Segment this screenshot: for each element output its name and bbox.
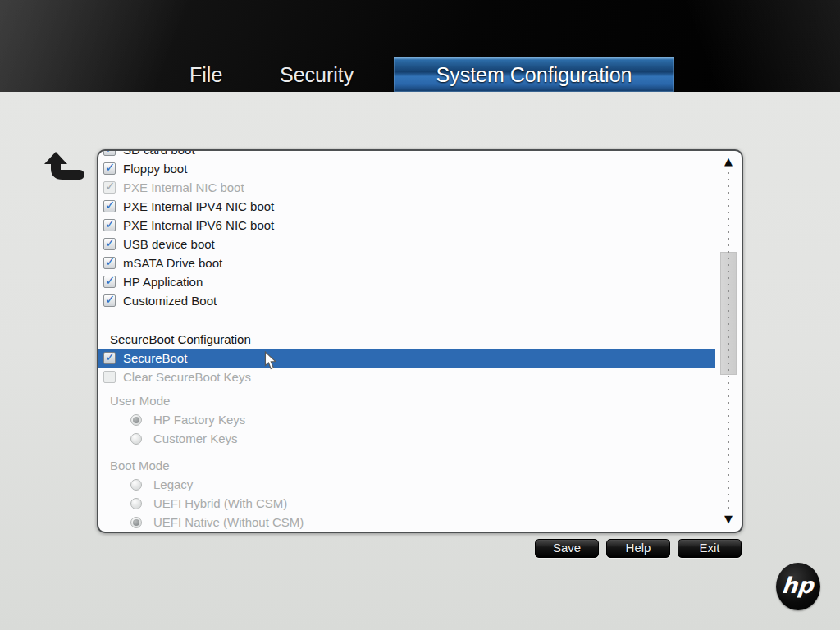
checkbox-hp-application[interactable]: ✓ — [103, 276, 116, 288]
option-row-hp-application[interactable]: ✓HP Application — [98, 272, 715, 291]
checkbox-sd-card-boot[interactable]: ✓ — [103, 149, 116, 156]
checkbox-secureboot[interactable]: ✓ — [103, 352, 116, 364]
check-icon: ✓ — [105, 292, 116, 307]
check-icon: ✓ — [105, 254, 116, 269]
option-label: mSATA Drive boot — [123, 256, 222, 270]
exit-button[interactable]: Exit — [678, 539, 742, 558]
user-mode-section: User Mode HP Factory KeysCustomer Keys — [98, 391, 715, 448]
check-icon: ✓ — [105, 217, 116, 231]
boot-mode-header: Boot Mode — [98, 456, 715, 475]
option-label: Clear SecureBoot Keys — [123, 370, 251, 384]
panel-content: ✓SD card boot✓Floppy boot✓PXE Internal N… — [98, 151, 742, 532]
radio-row-uefi-hybrid-with-csm[interactable]: UEFI Hybrid (With CSM) — [98, 494, 715, 513]
option-row-pxe-internal-nic-boot[interactable]: ✓PXE Internal NIC boot — [98, 178, 715, 197]
option-row-secureboot[interactable]: ✓SecureBoot — [98, 349, 715, 368]
scrollbar-up-button[interactable]: ▲ — [722, 156, 735, 167]
checkbox-pxe-internal-ipv6-nic-boot[interactable]: ✓ — [103, 219, 116, 231]
secureboot-section: SecureBoot Configuration ✓SecureBootClea… — [98, 330, 715, 386]
radio-label: UEFI Hybrid (With CSM) — [153, 496, 287, 510]
tab-system-configuration[interactable]: System Configuration — [394, 57, 674, 92]
top-menu-bar: File Security System Configuration — [0, 0, 840, 92]
check-icon: ✓ — [105, 198, 116, 212]
boot-mode-section: Boot Mode LegacyUEFI Hybrid (With CSM)UE… — [98, 456, 715, 532]
save-button[interactable]: Save — [535, 539, 599, 558]
option-row-clear-secureboot-keys[interactable]: Clear SecureBoot Keys — [98, 368, 715, 386]
option-label: SD card boot — [123, 149, 195, 157]
check-icon: ✓ — [105, 179, 116, 194]
checkbox-pxe-internal-nic-boot[interactable]: ✓ — [103, 181, 116, 194]
footer-buttons: Save Help Exit — [535, 539, 742, 558]
option-label: PXE Internal IPV4 NIC boot — [123, 199, 274, 213]
check-icon: ✓ — [105, 149, 116, 156]
scrollbar-down-button[interactable]: ▼ — [722, 514, 735, 525]
help-button[interactable]: Help — [606, 539, 670, 558]
option-row-floppy-boot[interactable]: ✓Floppy boot — [98, 159, 715, 178]
checkbox-clear-secureboot-keys[interactable] — [103, 371, 116, 383]
mouse-cursor — [264, 351, 277, 370]
option-row-pxe-internal-ipv4-nic-boot[interactable]: ✓PXE Internal IPV4 NIC boot — [98, 197, 715, 216]
checkbox-pxe-internal-ipv4-nic-boot[interactable]: ✓ — [103, 200, 116, 212]
settings-panel: ✓SD card boot✓Floppy boot✓PXE Internal N… — [97, 149, 743, 533]
radio-button-uefi-native-without-csm[interactable] — [130, 517, 142, 528]
radio-row-uefi-native-without-csm[interactable]: UEFI Native (Without CSM) — [98, 513, 715, 532]
boot-mode-options-list: LegacyUEFI Hybrid (With CSM)UEFI Native … — [98, 475, 715, 532]
check-icon: ✓ — [105, 160, 116, 175]
option-label: Customized Boot — [123, 294, 217, 308]
hp-logo: hp — [776, 563, 820, 610]
tab-security[interactable]: Security — [280, 57, 354, 92]
option-label: PXE Internal IPV6 NIC boot — [123, 218, 274, 232]
radio-button-customer-keys[interactable] — [130, 433, 142, 445]
option-label: SecureBoot — [123, 351, 187, 365]
option-label: Floppy boot — [123, 162, 187, 176]
radio-label: HP Factory Keys — [153, 413, 245, 427]
option-label: PXE Internal NIC boot — [123, 180, 244, 194]
checkbox-floppy-boot[interactable]: ✓ — [103, 162, 116, 175]
radio-row-hp-factory-keys[interactable]: HP Factory Keys — [98, 410, 715, 429]
option-row-usb-device-boot[interactable]: ✓USB device boot — [98, 235, 715, 253]
secureboot-options-list: ✓SecureBootClear SecureBoot Keys — [98, 349, 715, 386]
user-mode-options-list: HP Factory KeysCustomer Keys — [98, 410, 715, 448]
tab-file[interactable]: File — [189, 57, 222, 92]
user-mode-header: User Mode — [98, 391, 715, 410]
checkbox-msata-drive-boot[interactable]: ✓ — [103, 257, 116, 269]
check-icon: ✓ — [105, 349, 116, 364]
scrollbar[interactable]: ▲ ▼ — [720, 154, 737, 527]
check-icon: ✓ — [105, 235, 116, 250]
check-icon: ✓ — [105, 273, 116, 288]
secureboot-section-header: SecureBoot Configuration — [98, 330, 715, 349]
hp-logo-text: hp — [780, 573, 815, 598]
option-row-msata-drive-boot[interactable]: ✓mSATA Drive boot — [98, 253, 715, 272]
scrollbar-track[interactable] — [728, 172, 729, 509]
radio-button-legacy[interactable] — [130, 479, 142, 491]
back-arrow-icon[interactable] — [38, 149, 89, 184]
checkbox-usb-device-boot[interactable]: ✓ — [103, 238, 116, 250]
radio-button-hp-factory-keys[interactable] — [130, 414, 142, 426]
option-row-customized-boot[interactable]: ✓Customized Boot — [98, 291, 715, 310]
option-row-pxe-internal-ipv6-nic-boot[interactable]: ✓PXE Internal IPV6 NIC boot — [98, 216, 715, 235]
checkbox-customized-boot[interactable]: ✓ — [103, 294, 116, 307]
radio-label: UEFI Native (Without CSM) — [153, 515, 304, 529]
option-label: HP Application — [123, 275, 203, 289]
radio-label: Customer Keys — [153, 431, 238, 445]
radio-row-customer-keys[interactable]: Customer Keys — [98, 429, 715, 448]
radio-label: Legacy — [153, 477, 193, 491]
radio-button-uefi-hybrid-with-csm[interactable] — [130, 498, 142, 509]
radio-row-legacy[interactable]: Legacy — [98, 475, 715, 494]
option-row-sd-card-boot[interactable]: ✓SD card boot — [98, 149, 715, 159]
boot-options-list: ✓SD card boot✓Floppy boot✓PXE Internal N… — [98, 149, 715, 310]
option-label: USB device boot — [123, 237, 215, 251]
